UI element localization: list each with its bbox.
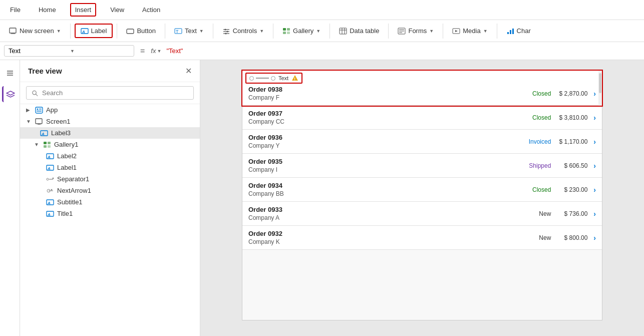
company-0937: Company CC bbox=[248, 118, 284, 125]
gallery-row-0936[interactable]: Order 0936 Company Y Invoiced $ 1,170.00… bbox=[242, 130, 602, 154]
toolbar-separator-9 bbox=[497, 24, 497, 39]
menu-action[interactable]: Action bbox=[138, 4, 164, 16]
new-screen-chevron: ▼ bbox=[57, 29, 61, 34]
controls-button[interactable]: Controls ▼ bbox=[217, 25, 269, 37]
layers-icon[interactable] bbox=[2, 86, 18, 102]
formula-fx-area[interactable]: fx ▼ bbox=[151, 47, 161, 55]
screen1-label: Screen1 bbox=[46, 118, 70, 125]
expand-arrow-app: ▶ bbox=[26, 107, 32, 113]
gallery1-label: Gallery1 bbox=[54, 141, 78, 148]
search-input[interactable] bbox=[42, 89, 188, 97]
status-0936: Invoiced bbox=[529, 138, 551, 145]
nextarrow1-label: NextArrow1 bbox=[57, 187, 91, 194]
gallery-row-0933[interactable]: Order 0933 Company A New $ 736.00 › bbox=[242, 202, 602, 226]
forms-icon bbox=[398, 28, 406, 35]
hamburger-icon[interactable] bbox=[2, 65, 18, 81]
label2-label: Label2 bbox=[57, 152, 77, 160]
main-area: Tree view ✕ ▶ App bbox=[0, 60, 644, 336]
scrollbar[interactable] bbox=[598, 71, 602, 106]
tree-node-label2[interactable]: A Label2 bbox=[20, 150, 200, 162]
chevron-0934: › bbox=[593, 186, 596, 194]
tree-node-subtitle1[interactable]: A Subtitle1 bbox=[20, 196, 200, 208]
svg-text:A: A bbox=[47, 212, 51, 217]
menu-insert[interactable]: Insert bbox=[70, 3, 97, 17]
company-0934: Company BB bbox=[248, 190, 284, 197]
separator1-label: Separator1 bbox=[57, 175, 89, 183]
tree-close-button[interactable]: ✕ bbox=[185, 66, 192, 76]
chevron-0937: › bbox=[593, 114, 596, 122]
toolbar-separator-7 bbox=[388, 24, 389, 39]
order-0936: Order 0936 bbox=[248, 134, 282, 141]
svg-rect-17 bbox=[340, 28, 347, 34]
label1-label: Label1 bbox=[57, 164, 77, 171]
svg-rect-44 bbox=[44, 142, 47, 144]
fx-label: fx bbox=[151, 47, 156, 55]
menu-file[interactable]: File bbox=[6, 4, 25, 16]
svg-rect-0 bbox=[10, 28, 16, 33]
new-screen-button[interactable]: New screen ▼ bbox=[4, 25, 66, 37]
amount-0937: $ 3,810.00 bbox=[555, 114, 587, 121]
handle-tr[interactable] bbox=[271, 76, 275, 81]
svg-text:A: A bbox=[47, 201, 51, 205]
svg-marker-26 bbox=[455, 30, 458, 32]
handle-tl[interactable] bbox=[249, 76, 254, 81]
formula-selector-chevron: ▼ bbox=[70, 49, 130, 54]
tree-node-label3[interactable]: A Label3 bbox=[20, 127, 200, 139]
order-0938: Order 0938 bbox=[248, 86, 282, 93]
company-0936: Company Y bbox=[248, 142, 282, 149]
separator1-icon bbox=[46, 176, 54, 183]
tree-search-box[interactable] bbox=[26, 86, 194, 100]
svg-point-10 bbox=[224, 29, 226, 30]
svg-point-34 bbox=[33, 91, 36, 94]
gallery-icon bbox=[282, 28, 290, 35]
screen-icon bbox=[35, 118, 43, 125]
tree-node-gallery1[interactable]: ▼ Gallery1 bbox=[20, 139, 200, 150]
gallery-row-0932[interactable]: Order 0932 Company K New $ 800.00 › bbox=[242, 226, 602, 250]
tree-node-separator1[interactable]: Separator1 bbox=[20, 173, 200, 185]
row-left-0938: Order 0938 Company F bbox=[248, 86, 282, 101]
gallery-row-0935[interactable]: Order 0935 Company I Shipped $ 606.50 › bbox=[242, 154, 602, 178]
row-right-0932: New $ 800.00 › bbox=[539, 234, 596, 242]
amount-0933: $ 736.00 bbox=[555, 210, 587, 217]
order-0934: Order 0934 bbox=[248, 182, 284, 189]
subtitle1-icon: A bbox=[46, 199, 54, 206]
controls-chevron: ▼ bbox=[259, 29, 264, 34]
side-nav bbox=[0, 60, 20, 336]
nextarrow1-icon bbox=[46, 187, 54, 194]
expand-arrow-screen1: ▼ bbox=[26, 119, 32, 124]
tree-node-nextarrow1[interactable]: NextArrow1 bbox=[20, 185, 200, 196]
tree-node-title1[interactable]: A Title1 bbox=[20, 208, 200, 219]
gallery-button[interactable]: Gallery ▼ bbox=[277, 25, 326, 37]
media-button[interactable]: Media ▼ bbox=[447, 25, 492, 37]
label1-icon: A bbox=[46, 164, 54, 171]
menu-home[interactable]: Home bbox=[35, 4, 60, 16]
row-right-0934: Closed $ 230.00 › bbox=[532, 186, 596, 194]
tree-header: Tree view ✕ bbox=[20, 60, 200, 82]
tree-search-area bbox=[20, 82, 200, 104]
label-overlay[interactable]: Text ! bbox=[245, 73, 302, 84]
tree-panel: Tree view ✕ ▶ App bbox=[20, 60, 200, 336]
formula-selector[interactable]: Text ▼ bbox=[4, 45, 134, 57]
svg-rect-47 bbox=[48, 145, 51, 148]
text-button[interactable]: T Text ▼ bbox=[169, 25, 209, 37]
canvas-area: Order 0938 Company F Closed $ 2,870.00 › bbox=[200, 60, 644, 336]
formula-equals: = bbox=[137, 47, 148, 56]
label-button[interactable]: A Label bbox=[75, 24, 113, 38]
tree-node-label1[interactable]: A Label1 bbox=[20, 162, 200, 173]
menu-view[interactable]: View bbox=[106, 4, 128, 16]
gallery-row-0934[interactable]: Order 0934 Company BB Closed $ 230.00 › bbox=[242, 178, 602, 202]
button-button[interactable]: Button bbox=[121, 25, 161, 37]
data-table-button[interactable]: Data table bbox=[334, 25, 384, 37]
chart-button[interactable]: Char bbox=[501, 25, 536, 37]
first-row-container: Order 0938 Company F Closed $ 2,870.00 › bbox=[242, 71, 602, 106]
status-0935: Shipped bbox=[529, 162, 551, 169]
tree-node-screen1[interactable]: ▼ Screen1 bbox=[20, 116, 200, 127]
tree-node-app[interactable]: ▶ App bbox=[20, 104, 200, 116]
svg-text:!: ! bbox=[294, 77, 295, 81]
amount-0936: $ 1,170.00 bbox=[555, 138, 587, 145]
handle-line bbox=[256, 78, 269, 79]
forms-button[interactable]: Forms ▼ bbox=[393, 25, 439, 37]
scroll-thumb bbox=[599, 73, 601, 93]
gallery-row-0937[interactable]: Order 0937 Company CC Closed $ 3,810.00 … bbox=[242, 106, 602, 130]
order-0935: Order 0935 bbox=[248, 158, 282, 165]
